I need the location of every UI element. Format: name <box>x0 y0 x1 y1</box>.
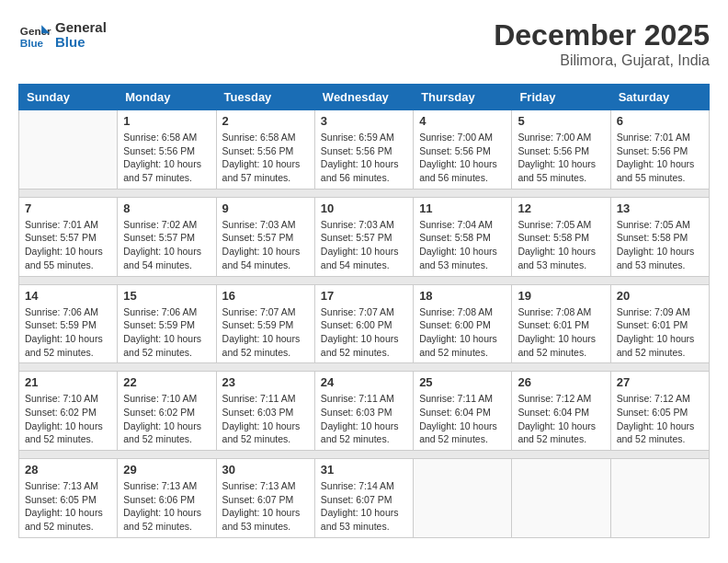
day-number: 7 <box>25 201 111 215</box>
day-number: 16 <box>222 289 309 303</box>
week-separator-row <box>19 189 710 197</box>
day-number: 5 <box>518 114 604 128</box>
calendar-day-cell: 5Sunrise: 7:00 AMSunset: 5:56 PMDaylight… <box>512 110 610 190</box>
calendar-day-cell: 25Sunrise: 7:11 AMSunset: 6:04 PMDayligh… <box>414 372 512 451</box>
day-info: Sunrise: 7:11 AMSunset: 6:03 PMDaylight:… <box>222 392 309 446</box>
calendar-day-cell: 27Sunrise: 7:12 AMSunset: 6:05 PMDayligh… <box>610 372 709 451</box>
day-info: Sunrise: 7:13 AMSunset: 6:06 PMDaylight:… <box>123 479 210 534</box>
calendar-day-cell: 21Sunrise: 7:10 AMSunset: 6:02 PMDayligh… <box>19 372 118 451</box>
calendar-day-cell: 1Sunrise: 6:58 AMSunset: 5:56 PMDaylight… <box>118 110 216 190</box>
day-number: 15 <box>123 289 210 303</box>
calendar-week-row: 7Sunrise: 7:01 AMSunset: 5:57 PMDaylight… <box>19 197 710 276</box>
day-number: 22 <box>123 375 210 389</box>
calendar-day-cell: 22Sunrise: 7:10 AMSunset: 6:02 PMDayligh… <box>118 372 216 451</box>
logo-blue: Blue <box>55 35 107 51</box>
day-number: 6 <box>617 114 703 128</box>
day-info: Sunrise: 7:03 AMSunset: 5:57 PMDaylight:… <box>321 218 407 272</box>
day-info: Sunrise: 7:01 AMSunset: 5:56 PMDaylight:… <box>617 131 703 185</box>
day-info: Sunrise: 7:13 AMSunset: 6:07 PMDaylight:… <box>222 479 309 534</box>
day-info: Sunrise: 7:08 AMSunset: 6:00 PMDaylight:… <box>419 305 506 360</box>
svg-text:Blue: Blue <box>20 37 44 49</box>
month-title: December 2025 <box>494 18 710 52</box>
calendar-day-cell: 7Sunrise: 7:01 AMSunset: 5:57 PMDaylight… <box>19 197 118 276</box>
calendar-week-row: 14Sunrise: 7:06 AMSunset: 5:59 PMDayligh… <box>19 284 710 363</box>
day-number: 23 <box>222 375 309 389</box>
calendar-header-thursday: Thursday <box>414 85 512 110</box>
day-info: Sunrise: 7:03 AMSunset: 5:57 PMDaylight:… <box>222 218 309 272</box>
calendar-day-cell: 20Sunrise: 7:09 AMSunset: 6:01 PMDayligh… <box>610 284 709 363</box>
day-info: Sunrise: 7:02 AMSunset: 5:57 PMDaylight:… <box>123 218 210 272</box>
week-separator-cell <box>19 276 710 284</box>
day-number: 19 <box>518 289 604 303</box>
day-info: Sunrise: 7:00 AMSunset: 5:56 PMDaylight:… <box>518 131 604 185</box>
calendar-day-cell: 26Sunrise: 7:12 AMSunset: 6:04 PMDayligh… <box>512 372 610 451</box>
day-number: 2 <box>222 114 309 128</box>
day-info: Sunrise: 7:08 AMSunset: 6:01 PMDaylight:… <box>518 305 604 360</box>
calendar-day-cell: 11Sunrise: 7:04 AMSunset: 5:58 PMDayligh… <box>414 197 512 276</box>
title-area: December 2025 Bilimora, Gujarat, India <box>494 18 710 69</box>
calendar-day-cell: 15Sunrise: 7:06 AMSunset: 5:59 PMDayligh… <box>118 284 216 363</box>
day-number: 28 <box>25 463 111 477</box>
day-number: 24 <box>321 375 407 389</box>
day-info: Sunrise: 7:04 AMSunset: 5:58 PMDaylight:… <box>419 218 506 272</box>
day-number: 31 <box>321 463 407 477</box>
calendar-day-cell: 17Sunrise: 7:07 AMSunset: 6:00 PMDayligh… <box>314 284 413 363</box>
day-info: Sunrise: 7:06 AMSunset: 5:59 PMDaylight:… <box>123 305 210 360</box>
day-number: 25 <box>419 375 506 389</box>
day-info: Sunrise: 6:58 AMSunset: 5:56 PMDaylight:… <box>123 131 210 185</box>
day-info: Sunrise: 7:07 AMSunset: 6:00 PMDaylight:… <box>321 305 407 360</box>
calendar-day-cell: 10Sunrise: 7:03 AMSunset: 5:57 PMDayligh… <box>314 197 413 276</box>
calendar-header-saturday: Saturday <box>610 85 709 110</box>
calendar-header-sunday: Sunday <box>19 85 118 110</box>
logo-general: General <box>55 20 107 36</box>
day-info: Sunrise: 7:07 AMSunset: 5:59 PMDaylight:… <box>222 305 309 360</box>
calendar-day-cell: 14Sunrise: 7:06 AMSunset: 5:59 PMDayligh… <box>19 284 118 363</box>
day-info: Sunrise: 6:58 AMSunset: 5:56 PMDaylight:… <box>222 131 309 185</box>
calendar-day-cell: 23Sunrise: 7:11 AMSunset: 6:03 PMDayligh… <box>216 372 314 451</box>
calendar-table: SundayMondayTuesdayWednesdayThursdayFrid… <box>18 84 710 538</box>
day-number: 9 <box>222 201 309 215</box>
week-separator-cell <box>19 451 710 459</box>
day-info: Sunrise: 7:10 AMSunset: 6:02 PMDaylight:… <box>25 392 111 446</box>
day-info: Sunrise: 7:14 AMSunset: 6:07 PMDaylight:… <box>321 479 407 534</box>
calendar-body: 1Sunrise: 6:58 AMSunset: 5:56 PMDaylight… <box>19 110 710 538</box>
calendar-day-cell: 9Sunrise: 7:03 AMSunset: 5:57 PMDaylight… <box>216 197 314 276</box>
calendar-day-cell: 3Sunrise: 6:59 AMSunset: 5:56 PMDaylight… <box>314 110 413 190</box>
calendar-header-monday: Monday <box>118 85 216 110</box>
day-number: 12 <box>518 201 604 215</box>
calendar-header-wednesday: Wednesday <box>314 85 413 110</box>
week-separator-cell <box>19 189 710 197</box>
week-separator-row <box>19 451 710 459</box>
day-number: 30 <box>222 463 309 477</box>
calendar-day-cell: 13Sunrise: 7:05 AMSunset: 5:58 PMDayligh… <box>610 197 709 276</box>
day-info: Sunrise: 7:11 AMSunset: 6:04 PMDaylight:… <box>419 392 506 446</box>
day-info: Sunrise: 7:12 AMSunset: 6:04 PMDaylight:… <box>518 392 604 446</box>
page-header: General Blue General Blue December 2025 … <box>18 18 710 69</box>
day-info: Sunrise: 7:05 AMSunset: 5:58 PMDaylight:… <box>518 218 604 272</box>
calendar-week-row: 28Sunrise: 7:13 AMSunset: 6:05 PMDayligh… <box>19 459 710 538</box>
day-number: 4 <box>419 114 506 128</box>
calendar-day-cell: 18Sunrise: 7:08 AMSunset: 6:00 PMDayligh… <box>414 284 512 363</box>
day-number: 29 <box>123 463 210 477</box>
calendar-day-cell: 19Sunrise: 7:08 AMSunset: 6:01 PMDayligh… <box>512 284 610 363</box>
day-number: 1 <box>123 114 210 128</box>
calendar-day-cell <box>512 459 610 538</box>
day-number: 26 <box>518 375 604 389</box>
day-info: Sunrise: 7:06 AMSunset: 5:59 PMDaylight:… <box>25 305 111 360</box>
calendar-header-tuesday: Tuesday <box>216 85 314 110</box>
day-number: 27 <box>617 375 703 389</box>
day-number: 20 <box>617 289 703 303</box>
calendar-header-friday: Friday <box>512 85 610 110</box>
day-number: 21 <box>25 375 111 389</box>
calendar-day-cell: 16Sunrise: 7:07 AMSunset: 5:59 PMDayligh… <box>216 284 314 363</box>
week-separator-row <box>19 363 710 372</box>
calendar-day-cell: 28Sunrise: 7:13 AMSunset: 6:05 PMDayligh… <box>19 459 118 538</box>
day-number: 11 <box>419 201 506 215</box>
calendar-header-row: SundayMondayTuesdayWednesdayThursdayFrid… <box>19 85 710 110</box>
logo-text: General Blue <box>55 20 107 51</box>
calendar-day-cell: 24Sunrise: 7:11 AMSunset: 6:03 PMDayligh… <box>314 372 413 451</box>
day-info: Sunrise: 7:05 AMSunset: 5:58 PMDaylight:… <box>617 218 703 272</box>
calendar-day-cell: 6Sunrise: 7:01 AMSunset: 5:56 PMDaylight… <box>610 110 709 190</box>
day-number: 10 <box>321 201 407 215</box>
logo: General Blue General Blue <box>18 18 107 52</box>
